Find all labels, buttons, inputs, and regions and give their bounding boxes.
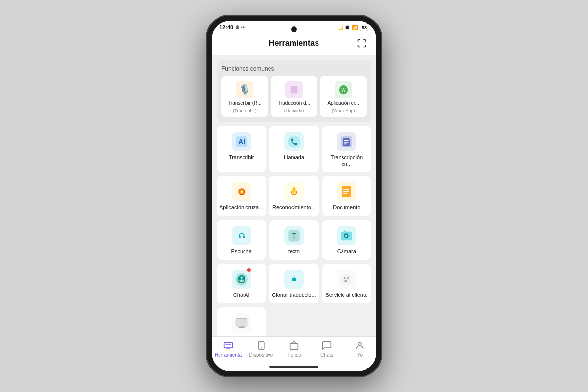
tool-transcribir[interactable]: AI Transcribir [217,126,266,172]
svg-point-21 [235,229,248,242]
tool-icon-texto: T [284,226,304,245]
svg-rect-35 [239,326,244,327]
featured-sub-0: (Transcribir) [233,108,256,113]
tool-name-transcribir: Transcribir [229,154,254,161]
badge-dot-chatai [246,268,251,272]
wifi-icon: 📶 [352,25,358,30]
featured-name-1: Traducción d... [278,100,310,106]
tool-name-aplicacion: Aplicación cruza... [220,204,263,211]
featured-sub-2: (WhatsApp) [332,108,355,113]
tool-servicio[interactable]: Servicio al cliente [322,264,371,303]
featured-item-2[interactable]: W Aplicación cr... (WhatsApp) [320,76,367,117]
tool-icon-documento [337,182,356,201]
featured-section: Funciones comunes 🎙️ Transcribir (R... (… [217,60,371,122]
tool-documento[interactable]: Documento [322,176,371,216]
svg-text:W: W [341,87,346,93]
time-display: 12:40 [220,24,233,30]
svg-rect-23 [243,236,245,238]
svg-rect-29 [344,230,346,232]
tool-icon-servicio [337,270,356,289]
tools-grid-row1: AI Transcribir Llamada [217,126,371,172]
svg-rect-36 [238,327,245,328]
page-title: Herramientas [233,39,355,48]
tool-clonar[interactable]: Clonar traduccio... [269,264,318,303]
svg-point-33 [345,280,347,282]
svg-point-6 [288,135,300,148]
phone-frame: 12:40 🗑 ••• 🌙 ▣ 📶 58 Herramientas [206,15,382,377]
featured-icon-0: 🎙️ [236,81,253,98]
tool-llamada[interactable]: Llamada [269,126,318,172]
featured-name-0: Transcribir (R... [228,100,262,106]
tool-name-documento: Documento [333,204,360,211]
tool-name-complementos: Complementos para PC [223,336,260,336]
svg-rect-20 [343,193,347,194]
tool-name-chatai: ChatAI [233,292,250,298]
tools-grid-row4: ChatAI Clonar traduccio... [217,264,371,303]
tool-texto[interactable]: T texto [269,220,318,260]
featured-item-0[interactable]: 🎙️ Transcribir (R... (Transcribir) [221,76,268,117]
svg-rect-22 [239,236,241,238]
nav-label-herramienta: Herramienta [215,352,242,358]
app-header: Herramientas [212,32,376,55]
tools-grid-row5: Complementos para PC [217,307,371,336]
tool-icon-aplicacion [232,182,251,201]
tool-icon-reconocimiento [284,182,304,201]
notification-icons: 🗑 ••• [235,25,245,30]
tool-name-clonar: Clonar traduccio... [272,292,316,298]
svg-rect-10 [344,142,349,143]
header-spacer [220,36,233,50]
tienda-icon [288,340,300,351]
featured-icon-1: T [285,81,303,98]
expand-button[interactable] [355,36,368,50]
svg-text:T: T [292,231,296,240]
nav-yo[interactable]: Yo [346,340,373,358]
section-label: Funciones comunes [221,65,367,72]
tool-name-texto: texto [288,248,300,255]
scroll-content: Funciones comunes 🎙️ Transcribir (R... (… [212,55,376,336]
tool-aplicacion[interactable]: Aplicación cruza... [217,176,266,216]
tool-camara[interactable]: Cámara [322,220,371,260]
nav-chats[interactable]: Chats [313,340,341,358]
svg-text:T: T [293,88,295,93]
tools-grid-row2: Aplicación cruza... Reconocimiento... [217,176,371,216]
tool-icon-chatai [232,270,251,289]
nav-dispositivo[interactable]: Dispositivo [247,340,275,358]
svg-rect-19 [343,191,349,192]
svg-point-43 [358,342,362,345]
tool-transcripcion[interactable]: Transcripción en... [322,126,371,172]
dispositivo-icon [255,340,267,351]
tool-chatai[interactable]: ChatAI [217,264,266,303]
nav-herramienta[interactable]: Herramienta [215,340,242,358]
tool-icon-transcribir: AI [232,132,251,151]
tool-icon-camara [337,226,356,245]
featured-item-1[interactable]: T Traducción d... (Llamada) [271,76,318,117]
tool-name-escucha: Escucha [231,248,252,255]
tool-name-llamada: Llamada [284,154,304,161]
svg-point-41 [261,347,262,348]
tools-grid-row3: Escucha T texto [217,220,371,260]
bottom-nav: Herramienta Dispositivo [212,336,376,362]
nav-label-dispositivo: Dispositivo [249,352,273,358]
svg-point-14 [240,191,243,193]
camera-notch [291,26,297,32]
home-indicator [212,362,376,371]
herramienta-icon [222,340,234,351]
moon-icon: 🌙 [338,25,343,30]
svg-rect-34 [236,318,247,326]
tool-name-camara: Cámara [337,248,356,255]
tool-reconocimiento[interactable]: Reconocimiento... [269,176,318,216]
phone-screen: 12:40 🗑 ••• 🌙 ▣ 📶 58 Herramientas [212,21,376,371]
tool-icon-llamada [284,132,304,151]
nfc-icon: ▣ [345,25,350,30]
nav-tienda[interactable]: Tienda [280,340,308,358]
tool-name-transcripcion: Transcripción en... [325,154,368,167]
tool-complementos[interactable]: Complementos para PC [217,307,266,336]
home-bar [270,366,318,368]
tool-name-reconocimiento: Reconocimiento... [272,204,316,211]
tool-escucha[interactable]: Escucha [217,220,266,260]
featured-name-2: Aplicación cr... [327,100,359,106]
nav-label-chats: Chats [320,352,333,358]
svg-rect-38 [226,348,230,349]
nav-label-tienda: Tienda [287,352,301,358]
nav-label-yo: Yo [357,352,363,358]
